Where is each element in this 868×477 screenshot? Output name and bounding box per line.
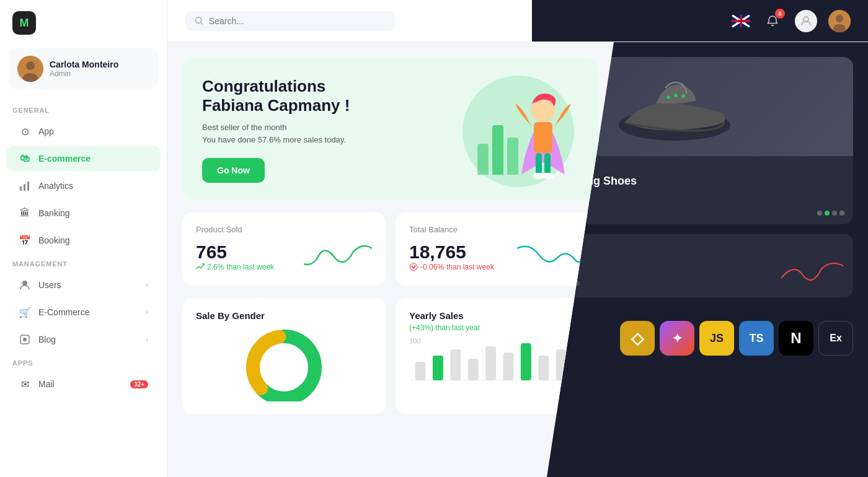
management-section-label: MANAGEMENT — [0, 254, 167, 271]
expo-app-icon[interactable]: Ex — [818, 321, 853, 356]
svg-point-13 — [836, 15, 843, 22]
svg-line-10 — [201, 22, 203, 24]
sidebar-item-app[interactable]: ⊙ App — [6, 119, 161, 144]
svg-rect-35 — [485, 346, 496, 380]
sidebar: M Carlota Monteiro Admin GENERAL ⊙ App 🛍… — [0, 0, 167, 477]
bar-1 — [477, 144, 489, 175]
sidebar-item-blog[interactable]: Blog › — [6, 327, 161, 352]
hero-title: Congratulations Fabiana Capmany ! — [202, 77, 425, 115]
chevron-right-icon: › — [146, 335, 148, 344]
hero-desc-line1: Best seller of the month — [202, 123, 287, 132]
trend-down-icon — [409, 263, 418, 271]
sidebar-item-banking[interactable]: 🏛 Banking — [6, 201, 161, 225]
profile-name: Carlota Monteiro — [50, 59, 118, 69]
svg-rect-36 — [503, 352, 513, 380]
sidebar-item-booking[interactable]: 📅 Booking — [6, 228, 161, 253]
profile-info: Carlota Monteiro Admin — [50, 59, 118, 78]
general-section-label: GENERAL — [0, 100, 167, 118]
svg-point-17 — [674, 94, 678, 97]
svg-rect-37 — [521, 343, 531, 380]
donut-chart-container — [196, 327, 372, 401]
balance-change-value: -0.06% — [420, 263, 444, 271]
svg-point-26 — [410, 263, 417, 271]
sketch-app-icon[interactable]: ◇ — [620, 321, 655, 356]
top-header: 8 — [167, 0, 868, 42]
product-sold-change: 2.6% than last week — [196, 263, 274, 271]
js-app-icon[interactable]: JS — [699, 321, 734, 356]
content-body: NEW Pegasus Running Shoes Buy Now Sales … — [167, 42, 868, 477]
sidebar-item-label: Users — [38, 280, 138, 290]
sidebar-item-label: Mail — [38, 379, 123, 389]
svg-rect-33 — [450, 349, 461, 380]
yearly-bar-chart — [409, 337, 585, 383]
logo-text: M — [20, 17, 29, 30]
svg-rect-5 — [27, 182, 29, 191]
profit-mini-chart — [781, 256, 843, 287]
stat-change-value: 2.6% — [207, 263, 224, 271]
user-profile-card[interactable]: Carlota Monteiro Admin — [9, 48, 158, 89]
avatar-img — [17, 56, 43, 82]
svg-rect-21 — [536, 153, 542, 175]
sidebar-item-label: Analytics — [38, 181, 148, 191]
hero-decoration — [444, 63, 580, 187]
banking-icon: 🏛 — [19, 207, 31, 219]
y-axis-label: 100 — [409, 337, 420, 344]
hero-character — [506, 76, 580, 187]
ecommerce-icon: 🛍 — [19, 152, 31, 165]
svg-point-16 — [666, 95, 670, 99]
svg-rect-19 — [534, 122, 552, 153]
header-right: 8 — [732, 10, 851, 32]
search-input[interactable] — [209, 16, 386, 26]
figma-app-icon[interactable]: ✦ — [660, 321, 694, 356]
sidebar-item-mail[interactable]: ✉ Mail 32+ — [6, 372, 161, 396]
dot-3 — [832, 211, 837, 216]
sidebar-item-analytics[interactable]: Analytics — [6, 173, 161, 198]
main-area: 8 — [167, 0, 868, 477]
ts-app-icon[interactable]: TS — [739, 321, 774, 356]
svg-rect-3 — [20, 186, 22, 191]
shoe-image — [606, 63, 743, 150]
svg-point-11 — [804, 17, 808, 22]
hero-desc-line2: You have done 57.6% more sales today. — [202, 135, 346, 144]
svg-point-18 — [681, 94, 685, 98]
analytics-icon — [19, 180, 31, 192]
next-app-icon[interactable]: N — [779, 321, 813, 356]
stat-change-label: than last week — [226, 263, 274, 271]
sidebar-item-ecommerce-mgmt[interactable]: 🛒 E-Commerce › — [6, 300, 161, 325]
balance-change-label: than last week — [446, 263, 494, 271]
svg-point-6 — [22, 281, 27, 286]
cart-icon: 🛒 — [19, 306, 31, 318]
sidebar-item-label: Booking — [38, 235, 148, 245]
go-now-button[interactable]: Go Now — [202, 158, 265, 183]
svg-point-1 — [26, 61, 35, 70]
product-sold-title: Product Sold — [196, 225, 372, 234]
svg-rect-22 — [544, 153, 551, 175]
logo-icon: M — [12, 11, 36, 35]
search-icon — [195, 16, 204, 26]
logo-area: M — [0, 0, 167, 43]
svg-rect-4 — [24, 184, 25, 191]
svg-rect-38 — [538, 356, 549, 380]
yearly-sales-title: Yearly Sales — [409, 310, 585, 321]
hero-line2: Fabiana Capmany ! — [202, 96, 350, 115]
search-bar[interactable] — [185, 11, 396, 31]
svg-rect-34 — [468, 359, 479, 380]
dot-1 — [817, 211, 822, 216]
blog-icon — [19, 333, 31, 346]
booking-icon: 📅 — [19, 234, 31, 247]
notification-button[interactable]: 8 — [761, 10, 784, 32]
header-avatar[interactable] — [828, 10, 851, 32]
product-sold-chart — [304, 239, 372, 273]
sidebar-item-label: E-commerce — [38, 154, 148, 164]
sidebar-item-ecommerce[interactable]: 🛍 E-commerce — [6, 146, 161, 171]
app-icon: ⊙ — [19, 125, 31, 138]
language-flag[interactable] — [732, 15, 750, 27]
header-user-avatar — [828, 10, 851, 32]
dot-2 — [825, 211, 830, 216]
sidebar-item-users[interactable]: Users › — [6, 273, 161, 297]
hero-description: Best seller of the month You have done 5… — [202, 121, 425, 146]
user-icon-button[interactable] — [795, 10, 817, 32]
svg-point-24 — [541, 173, 554, 179]
left-panel: Congratulations Fabiana Capmany ! Best s… — [167, 42, 614, 477]
mail-badge: 32+ — [130, 380, 148, 388]
